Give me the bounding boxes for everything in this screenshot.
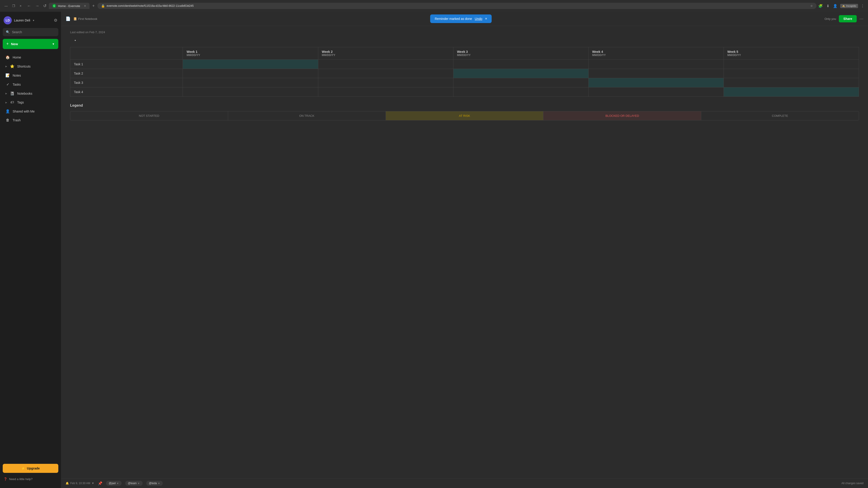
download-button[interactable]: ⬇ (826, 3, 830, 9)
week2-header: Week 2 MM/DD/YY (318, 47, 453, 60)
new-button[interactable]: + New ▼ (3, 39, 58, 49)
sidebar-item-shared[interactable]: 👤 Shared with Me (2, 107, 59, 116)
bookmark-icon[interactable]: ☆ (810, 4, 813, 7)
legend-blocked: BLOCKED OR DELAYED (544, 111, 701, 120)
tab-close-button[interactable]: × (84, 4, 86, 8)
pin-icon[interactable]: 📌 (98, 481, 102, 486)
toast-close-button[interactable]: × (485, 17, 487, 21)
legend-table: NOT STARTED ON TRACK AT RISK BLOCKED OR … (70, 111, 859, 121)
sidebar-item-label: Trash (13, 119, 21, 122)
sidebar-item-tasks[interactable]: ✓ Tasks (2, 80, 59, 89)
back-button[interactable]: ← (26, 3, 32, 9)
note-area[interactable]: Last edited on Feb 7, 2024 • Week 1 MM/D… (61, 26, 868, 478)
browser-chrome: — ❐ × ← → ↺ E Home - Evernote × + 🔒 ever… (0, 0, 868, 12)
tag3-pill[interactable]: @teda ▼ (146, 481, 163, 486)
sidebar-item-notebooks[interactable]: ▶ 📓 Notebooks (2, 89, 59, 98)
last-edited-text: Last edited on Feb 7, 2024 (70, 31, 859, 34)
notebook-name: First Notebook (78, 17, 97, 21)
reload-button[interactable]: ↺ (42, 2, 48, 9)
tag2-pill[interactable]: @team ▼ (125, 481, 143, 486)
sidebar-item-tags[interactable]: ▶ 🏷 Tags (2, 98, 59, 107)
address-bar[interactable]: 🔒 evernote.com/client/web#/note/f11f216a… (97, 3, 817, 9)
more-options-button[interactable]: ⋯ (860, 16, 864, 21)
shared-icon: 👤 (5, 109, 10, 113)
notebooks-icon: 📓 (10, 91, 14, 96)
week1-header: Week 1 MM/DD/YY (183, 47, 318, 60)
task1-week5 (723, 60, 859, 69)
user-name: Lauren Deli (14, 19, 30, 22)
note-icon-button[interactable]: 📄 (66, 16, 70, 21)
avatar: LD (4, 16, 12, 24)
visibility-label: Only you (825, 17, 836, 21)
maximize-button[interactable]: ❐ (10, 3, 17, 8)
forward-button[interactable]: → (34, 3, 40, 9)
browser-tabs: ← → ↺ E Home - Evernote × + 🔒 evernote.c… (26, 2, 865, 9)
notebook-link[interactable]: 📔 First Notebook (73, 17, 97, 21)
expand-icon: ▶ (5, 101, 7, 104)
incognito-label: Incognito (846, 4, 856, 7)
task1-week2 (318, 60, 453, 69)
reminder-toast: Reminder marked as done Undo × (430, 14, 492, 23)
main-content: 📄 📔 First Notebook Reminder marked as do… (61, 12, 868, 488)
bottom-left: 🔔 Feb 9, 10:30 AM ▼ 📌 @jael ▼ @team ▼ @t… (66, 481, 163, 486)
table-header-row: Week 1 MM/DD/YY Week 2 MM/DD/YY Week 3 M… (70, 47, 859, 60)
settings-button[interactable]: ⚙ (54, 18, 57, 23)
sidebar-item-label: Shared with Me (13, 109, 35, 113)
active-tab[interactable]: E Home - Evernote × (49, 3, 90, 9)
task2-week5 (723, 69, 859, 78)
week3-header: Week 3 MM/DD/YY (453, 47, 588, 60)
tag1-pill[interactable]: @jael ▼ (106, 481, 122, 486)
upgrade-button[interactable]: ⚡ Upgrade (3, 464, 58, 473)
week5-header: Week 5 MM/DD/YY (723, 47, 859, 60)
expand-icon: ▶ (5, 92, 7, 95)
home-icon: 🏠 (5, 55, 10, 59)
legend-section: Legend NOT STARTED ON TRACK AT RISK BLOC… (70, 103, 859, 121)
legend-on-track: ON TRACK (228, 111, 386, 120)
star-icon: ⭐ (10, 64, 14, 68)
new-tab-button[interactable]: + (90, 3, 96, 9)
task2-week2 (318, 69, 453, 78)
user-chevron-icon: ▼ (33, 19, 35, 22)
nav-controls[interactable]: ← → ↺ (26, 2, 48, 9)
sidebar-item-shortcuts[interactable]: ▶ ⭐ Shortcuts (2, 62, 59, 71)
sidebar-nav: 🏠 Home ▶ ⭐ Shortcuts 📝 Notes ✓ Tasks ▶ 📓… (0, 53, 61, 461)
table-row: Task 4 (70, 88, 859, 97)
sidebar-item-label: Notes (13, 74, 21, 77)
table-row: Task 2 (70, 69, 859, 78)
sidebar-item-label: Shortcuts (17, 65, 31, 68)
sidebar-item-notes[interactable]: 📝 Notes (2, 71, 59, 80)
help-button[interactable]: ❓ Need a little help? (3, 476, 58, 483)
sidebar-item-trash[interactable]: 🗑 Trash (2, 116, 59, 125)
sidebar-item-home[interactable]: 🏠 Home (2, 53, 59, 62)
task4-week1 (183, 88, 318, 97)
task2-week1 (183, 69, 318, 78)
sidebar-header: LD Lauren Deli ▼ ⚙ (0, 14, 61, 28)
tab-title: Home - Evernote (58, 4, 80, 8)
close-window-button[interactable]: × (18, 3, 23, 8)
tag2-chevron-icon: ▼ (138, 482, 140, 485)
search-bar[interactable]: 🔍 Search (3, 28, 58, 36)
reminder-button[interactable]: 🔔 Feb 9, 10:30 AM ▼ (66, 482, 94, 485)
sidebar-item-label: Notebooks (17, 92, 32, 95)
content-topbar: 📄 📔 First Notebook Reminder marked as do… (61, 12, 868, 26)
task1-week1 (183, 60, 318, 69)
more-options-button[interactable]: ⋮ (860, 3, 865, 9)
reminder-chevron-icon: ▼ (92, 482, 94, 485)
minimize-button[interactable]: — (3, 3, 9, 8)
task3-week1 (183, 78, 318, 88)
tags-icon: 🏷 (10, 100, 14, 104)
user-info[interactable]: LD Lauren Deli ▼ (4, 16, 35, 24)
lock-icon: 🔒 (101, 4, 105, 8)
share-button[interactable]: Share (839, 15, 857, 22)
reminder-toast-text: Reminder marked as done (435, 17, 472, 21)
note-bottom-bar: 🔔 Feb 9, 10:30 AM ▼ 📌 @jael ▼ @team ▼ @t… (61, 478, 868, 488)
week4-header: Week 4 MM/DD/YY (588, 47, 723, 60)
task1-label: Task 1 (70, 60, 183, 69)
task3-week2 (318, 78, 453, 88)
profile-button[interactable]: 👤 (832, 3, 838, 9)
undo-link[interactable]: Undo (475, 17, 482, 21)
url-text: evernote.com/client/web#/note/f11f216a-d… (107, 4, 809, 7)
extensions-button[interactable]: 🧩 (817, 3, 824, 9)
saved-status: All changes saved (842, 482, 864, 485)
window-controls[interactable]: — ❐ × (3, 3, 23, 8)
